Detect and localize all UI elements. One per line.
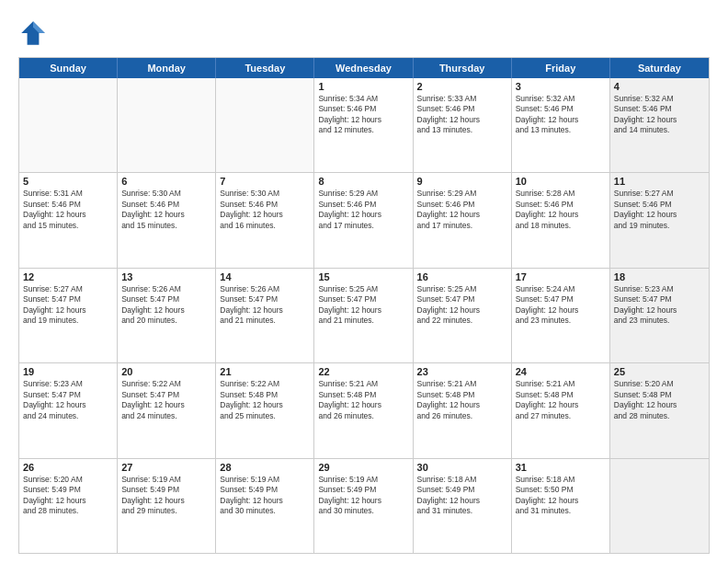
day-number: 21 [220, 366, 310, 377]
calendar: SundayMondayTuesdayWednesdayThursdayFrid… [18, 57, 710, 554]
cell-info: Sunrise: 5:24 AM Sunset: 5:47 PM Dayligh… [516, 284, 606, 327]
calendar-cell-empty-0-1 [118, 78, 216, 172]
cell-info: Sunrise: 5:25 AM Sunset: 5:47 PM Dayligh… [318, 284, 408, 327]
page: SundayMondayTuesdayWednesdayThursdayFrid… [0, 0, 728, 563]
calendar-cell-day-5: 5Sunrise: 5:31 AM Sunset: 5:46 PM Daylig… [19, 173, 118, 267]
calendar-cell-day-20: 20Sunrise: 5:22 AM Sunset: 5:47 PM Dayli… [118, 363, 216, 457]
cell-info: Sunrise: 5:28 AM Sunset: 5:46 PM Dayligh… [516, 189, 606, 231]
calendar-cell-day-6: 6Sunrise: 5:30 AM Sunset: 5:46 PM Daylig… [118, 173, 216, 267]
cell-info: Sunrise: 5:32 AM Sunset: 5:46 PM Dayligh… [516, 94, 606, 136]
day-number: 5 [23, 176, 113, 187]
day-number: 19 [23, 366, 113, 377]
weekday-header-thursday: Thursday [414, 58, 512, 78]
cell-info: Sunrise: 5:19 AM Sunset: 5:49 PM Dayligh… [318, 475, 408, 517]
calendar-cell-day-29: 29Sunrise: 5:19 AM Sunset: 5:49 PM Dayli… [314, 459, 413, 553]
day-number: 20 [121, 366, 211, 377]
day-number: 3 [516, 81, 606, 92]
day-number: 24 [516, 366, 606, 377]
calendar-cell-day-19: 19Sunrise: 5:23 AM Sunset: 5:47 PM Dayli… [19, 363, 118, 457]
calendar-cell-empty-0-2 [216, 78, 314, 172]
calendar-row-4: 26Sunrise: 5:20 AM Sunset: 5:49 PM Dayli… [19, 458, 709, 553]
calendar-cell-empty-4-6 [610, 459, 709, 553]
day-number: 30 [417, 462, 507, 473]
cell-info: Sunrise: 5:32 AM Sunset: 5:46 PM Dayligh… [614, 94, 705, 136]
cell-info: Sunrise: 5:27 AM Sunset: 5:46 PM Dayligh… [614, 189, 705, 231]
weekday-header-wednesday: Wednesday [314, 58, 413, 78]
cell-info: Sunrise: 5:20 AM Sunset: 5:48 PM Dayligh… [614, 379, 705, 421]
day-number: 25 [614, 366, 705, 377]
calendar-row-0: 1Sunrise: 5:34 AM Sunset: 5:46 PM Daylig… [19, 78, 709, 172]
day-number: 15 [318, 271, 408, 282]
day-number: 9 [417, 176, 507, 187]
calendar-cell-day-16: 16Sunrise: 5:25 AM Sunset: 5:47 PM Dayli… [414, 269, 512, 362]
cell-info: Sunrise: 5:30 AM Sunset: 5:46 PM Dayligh… [121, 189, 211, 231]
calendar-cell-day-10: 10Sunrise: 5:28 AM Sunset: 5:46 PM Dayli… [512, 173, 610, 267]
calendar-cell-day-17: 17Sunrise: 5:24 AM Sunset: 5:47 PM Dayli… [512, 269, 610, 362]
calendar-cell-day-22: 22Sunrise: 5:21 AM Sunset: 5:48 PM Dayli… [314, 363, 413, 457]
calendar-cell-day-12: 12Sunrise: 5:27 AM Sunset: 5:47 PM Dayli… [19, 269, 118, 362]
logo [18, 18, 51, 48]
day-number: 18 [614, 271, 705, 282]
calendar-cell-day-9: 9Sunrise: 5:29 AM Sunset: 5:46 PM Daylig… [414, 173, 512, 267]
weekday-header-friday: Friday [512, 58, 610, 78]
calendar-cell-day-21: 21Sunrise: 5:22 AM Sunset: 5:48 PM Dayli… [216, 363, 314, 457]
calendar-cell-day-11: 11Sunrise: 5:27 AM Sunset: 5:46 PM Dayli… [610, 173, 709, 267]
calendar-row-2: 12Sunrise: 5:27 AM Sunset: 5:47 PM Dayli… [19, 268, 709, 362]
cell-info: Sunrise: 5:34 AM Sunset: 5:46 PM Dayligh… [318, 94, 408, 136]
calendar-cell-day-8: 8Sunrise: 5:29 AM Sunset: 5:46 PM Daylig… [314, 173, 413, 267]
day-number: 26 [23, 462, 113, 473]
calendar-cell-day-1: 1Sunrise: 5:34 AM Sunset: 5:46 PM Daylig… [314, 78, 413, 172]
calendar-cell-day-13: 13Sunrise: 5:26 AM Sunset: 5:47 PM Dayli… [118, 269, 216, 362]
cell-info: Sunrise: 5:20 AM Sunset: 5:49 PM Dayligh… [23, 475, 113, 517]
logo-icon [18, 18, 48, 48]
day-number: 13 [121, 271, 211, 282]
cell-info: Sunrise: 5:30 AM Sunset: 5:46 PM Dayligh… [220, 189, 310, 231]
calendar-cell-day-2: 2Sunrise: 5:33 AM Sunset: 5:46 PM Daylig… [414, 78, 512, 172]
day-number: 4 [614, 81, 705, 92]
day-number: 31 [516, 462, 606, 473]
day-number: 7 [220, 176, 310, 187]
day-number: 1 [318, 81, 408, 92]
calendar-cell-day-18: 18Sunrise: 5:23 AM Sunset: 5:47 PM Dayli… [610, 269, 709, 362]
calendar-cell-day-30: 30Sunrise: 5:18 AM Sunset: 5:49 PM Dayli… [414, 459, 512, 553]
cell-info: Sunrise: 5:21 AM Sunset: 5:48 PM Dayligh… [516, 379, 606, 421]
cell-info: Sunrise: 5:33 AM Sunset: 5:46 PM Dayligh… [417, 94, 507, 136]
calendar-row-3: 19Sunrise: 5:23 AM Sunset: 5:47 PM Dayli… [19, 362, 709, 457]
day-number: 10 [516, 176, 606, 187]
cell-info: Sunrise: 5:18 AM Sunset: 5:49 PM Dayligh… [417, 475, 507, 517]
day-number: 16 [417, 271, 507, 282]
day-number: 17 [516, 271, 606, 282]
weekday-header-tuesday: Tuesday [216, 58, 314, 78]
calendar-cell-day-31: 31Sunrise: 5:18 AM Sunset: 5:50 PM Dayli… [512, 459, 610, 553]
calendar-cell-day-28: 28Sunrise: 5:19 AM Sunset: 5:49 PM Dayli… [216, 459, 314, 553]
calendar-row-1: 5Sunrise: 5:31 AM Sunset: 5:46 PM Daylig… [19, 172, 709, 267]
calendar-cell-day-24: 24Sunrise: 5:21 AM Sunset: 5:48 PM Dayli… [512, 363, 610, 457]
calendar-cell-day-25: 25Sunrise: 5:20 AM Sunset: 5:48 PM Dayli… [610, 363, 709, 457]
calendar-cell-day-14: 14Sunrise: 5:26 AM Sunset: 5:47 PM Dayli… [216, 269, 314, 362]
day-number: 27 [121, 462, 211, 473]
calendar-body: 1Sunrise: 5:34 AM Sunset: 5:46 PM Daylig… [19, 78, 709, 553]
day-number: 23 [417, 366, 507, 377]
cell-info: Sunrise: 5:19 AM Sunset: 5:49 PM Dayligh… [121, 475, 211, 517]
day-number: 11 [614, 176, 705, 187]
weekday-header-monday: Monday [118, 58, 216, 78]
cell-info: Sunrise: 5:26 AM Sunset: 5:47 PM Dayligh… [121, 284, 211, 327]
cell-info: Sunrise: 5:21 AM Sunset: 5:48 PM Dayligh… [318, 379, 408, 421]
header [18, 18, 710, 48]
calendar-cell-day-7: 7Sunrise: 5:30 AM Sunset: 5:46 PM Daylig… [216, 173, 314, 267]
cell-info: Sunrise: 5:19 AM Sunset: 5:49 PM Dayligh… [220, 475, 310, 517]
calendar-cell-day-3: 3Sunrise: 5:32 AM Sunset: 5:46 PM Daylig… [512, 78, 610, 172]
cell-info: Sunrise: 5:25 AM Sunset: 5:47 PM Dayligh… [417, 284, 507, 327]
calendar-cell-day-27: 27Sunrise: 5:19 AM Sunset: 5:49 PM Dayli… [118, 459, 216, 553]
calendar-cell-day-4: 4Sunrise: 5:32 AM Sunset: 5:46 PM Daylig… [610, 78, 709, 172]
cell-info: Sunrise: 5:22 AM Sunset: 5:48 PM Dayligh… [220, 379, 310, 421]
cell-info: Sunrise: 5:18 AM Sunset: 5:50 PM Dayligh… [516, 475, 606, 517]
day-number: 12 [23, 271, 113, 282]
calendar-cell-empty-0-0 [19, 78, 118, 172]
cell-info: Sunrise: 5:23 AM Sunset: 5:47 PM Dayligh… [614, 284, 705, 327]
cell-info: Sunrise: 5:21 AM Sunset: 5:48 PM Dayligh… [417, 379, 507, 421]
calendar-cell-day-26: 26Sunrise: 5:20 AM Sunset: 5:49 PM Dayli… [19, 459, 118, 553]
calendar-cell-day-15: 15Sunrise: 5:25 AM Sunset: 5:47 PM Dayli… [314, 269, 413, 362]
cell-info: Sunrise: 5:22 AM Sunset: 5:47 PM Dayligh… [121, 379, 211, 421]
day-number: 6 [121, 176, 211, 187]
